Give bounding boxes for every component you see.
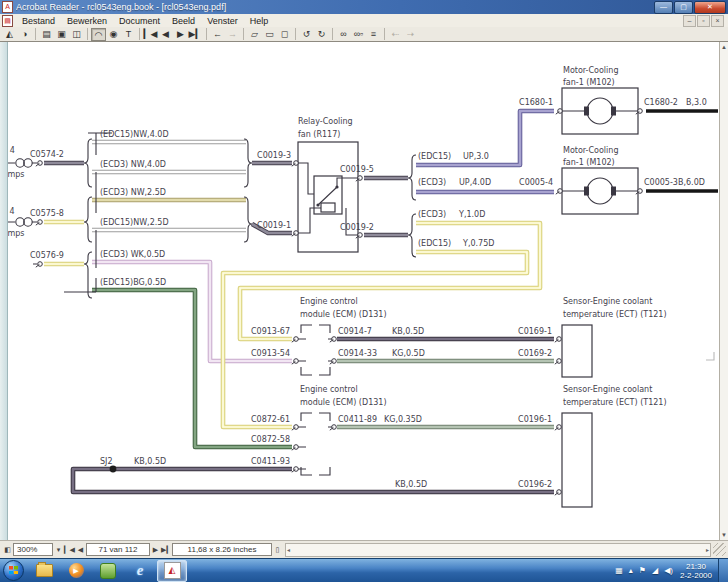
minimize-button[interactable]: — — [654, 1, 673, 14]
group1-top-wire-label: (EDC15)NW,4.0D — [100, 130, 169, 139]
page-layout-icon[interactable]: ◧ — [2, 544, 13, 556]
messenger-button[interactable] — [93, 560, 123, 582]
prev-page-status-icon[interactable]: ◀ — [75, 544, 86, 556]
title-bar: A Acrobat Reader - rcl0543eng.book - [rc… — [0, 0, 728, 14]
print-icon[interactable]: ▣ — [54, 28, 69, 41]
prev-page-icon[interactable]: ◀ — [158, 28, 173, 41]
next-highlight-icon[interactable]: ⇢ — [403, 28, 418, 41]
scroll-up-icon[interactable]: ▲ — [721, 44, 727, 50]
y-wire2-system-label: (EDC15) — [418, 239, 451, 248]
search-results-icon[interactable]: ≡ — [366, 28, 381, 41]
zoom-level[interactable]: 300% — [13, 543, 53, 556]
action-center-flag-icon[interactable]: ⚑ — [639, 566, 646, 575]
pasteboard-strip — [0, 42, 8, 540]
mdi-minimize-icon[interactable]: – — [683, 15, 696, 27]
show-desktop-button[interactable] — [718, 559, 728, 582]
input-indicator-icon[interactable]: ▦ — [615, 566, 623, 575]
pdf-doc-icon[interactable]: ▤ — [2, 15, 13, 27]
network-icon[interactable]: ◢ — [652, 566, 658, 575]
motor2-right-pin-label: C0005-3 — [644, 178, 678, 187]
close-button[interactable]: ✕ — [694, 1, 726, 14]
first-page-status-icon[interactable]: ▎◀ — [64, 544, 75, 556]
ecm2-wire-label: KG,0.35D — [384, 415, 422, 424]
mdi-close-icon[interactable]: × — [711, 15, 724, 27]
acrobat-doc-icon[interactable]: A — [2, 1, 13, 13]
fit-width-icon[interactable]: ◻ — [277, 28, 292, 41]
toolbar-separator — [206, 28, 207, 40]
zoom-dropdown-icon[interactable]: ▾ — [53, 544, 64, 556]
scroll-right-icon[interactable]: ▸ — [706, 546, 709, 553]
prev-highlight-icon[interactable]: ⇠ — [388, 28, 403, 41]
menu-bar: ▤ BestandBewerkenDocumentBeeldVensterHel… — [0, 14, 728, 28]
acrobat-logo-icon[interactable]: ◭ — [2, 28, 17, 41]
document-area[interactable]: K 4 Amps C0574-2 (EDC15)NW,4.0D (ECD3) N… — [0, 42, 728, 540]
actual-size-icon[interactable]: ▱ — [247, 28, 262, 41]
menu-item-bewerken[interactable]: Bewerken — [61, 16, 113, 26]
maximize-button[interactable]: ▢ — [674, 1, 693, 14]
go-back-icon[interactable]: ← — [210, 28, 225, 41]
go-forward-icon[interactable]: → — [225, 28, 240, 41]
search-icon[interactable]: ∞▫ — [351, 28, 366, 41]
scroll-left-icon[interactable]: ◂ — [287, 546, 290, 553]
ecm1-wire-bottom-label: KG,0.5D — [392, 349, 425, 358]
motor2-name-line2: fan-1 (M102) — [563, 158, 615, 167]
media-player-button[interactable]: ▶ — [61, 560, 91, 582]
relay-pin-c0019-2: C0019-2 — [340, 223, 374, 232]
adobe-reader-button[interactable]: ◭ — [157, 560, 187, 582]
ecm2-pin-c0872-61: C0872-61 — [251, 415, 290, 424]
internet-explorer-button[interactable]: e — [125, 560, 155, 582]
bottom-wire-label: KB,0.5D — [395, 480, 427, 489]
menu-item-document[interactable]: Document — [113, 16, 166, 26]
sensor-2-box — [562, 413, 592, 507]
page-edge-mark — [706, 352, 714, 360]
mdi-restore-icon[interactable]: ▫ — [697, 15, 710, 27]
zoom-tool-icon[interactable]: ◉ — [106, 28, 121, 41]
ecm1-wire-top-label: KB,0.5D — [392, 327, 424, 336]
open-icon[interactable]: ▤ — [39, 28, 54, 41]
taskbar-clock[interactable]: 21:30 2-2-2000 — [680, 562, 712, 580]
adobe-online-icon[interactable]: ◑ — [17, 28, 32, 41]
rotate-left-icon[interactable]: ↺ — [299, 28, 314, 41]
text-select-tool-icon[interactable]: T — [121, 28, 136, 41]
window-title: Acrobat Reader - rcl0543eng.book - [rcl0… — [16, 2, 653, 12]
page-size-indicator: 11,68 x 8.26 inches — [172, 543, 272, 556]
group1-bottom-wire-label: (ECD3) NW,4.0D — [100, 160, 166, 169]
find-icon[interactable]: ∞ — [336, 28, 351, 41]
ecm2-pin-c0411-89: C0411-89 — [338, 415, 377, 424]
horizontal-scrollbar[interactable]: ◂ ▸ — [285, 543, 711, 557]
next-page-status-icon[interactable]: ▶ — [150, 544, 161, 556]
nav-pane-icon[interactable]: ◫ — [69, 28, 84, 41]
last-page-status-icon[interactable]: ▶▎ — [161, 544, 172, 556]
toolbar-separator — [139, 28, 140, 40]
motor2-name-line1: Motor-Cooling — [563, 146, 618, 155]
ecm2-pin-c0872-58: C0872-58 — [251, 435, 290, 444]
start-button[interactable] — [3, 560, 24, 581]
ecm1-pin-c0913-67: C0913-67 — [251, 327, 290, 336]
fit-page-icon[interactable]: ▭ — [262, 28, 277, 41]
hand-tool-icon[interactable]: ◠ — [91, 28, 106, 41]
system-tray: ▦▴⚑◢◀) 21:30 2-2-2000 — [612, 559, 728, 582]
sensor2-pin-c0196-1: C0196-1 — [518, 415, 552, 424]
menu-item-help[interactable]: Help — [244, 16, 275, 26]
show-hidden-icons-icon[interactable]: ▴ — [629, 566, 633, 575]
next-page-icon[interactable]: ▶ — [173, 28, 188, 41]
page-indicator[interactable]: 71 van 112 — [86, 543, 150, 556]
y-wire1-system-label: (ECD3) — [418, 210, 446, 219]
menu-item-venster[interactable]: Venster — [201, 16, 244, 26]
sensor2-name-line1: Sensor-Engine coolant — [563, 385, 652, 394]
vertical-scrollbar[interactable]: ▲ ▼ — [719, 42, 728, 540]
sensor1-name-line1: Sensor-Engine coolant — [563, 297, 652, 306]
windows-explorer-button[interactable] — [29, 560, 59, 582]
resize-grip[interactable] — [713, 543, 726, 556]
volume-icon[interactable]: ◀) — [664, 566, 673, 575]
rotate-right-icon[interactable]: ↻ — [314, 28, 329, 41]
last-page-icon[interactable]: ▶▎ — [188, 28, 203, 41]
windows-flag-icon — [9, 566, 18, 574]
tray-icons: ▦▴⚑◢◀) — [612, 566, 676, 575]
up-wire2-spec-label: UP,4.0D — [459, 178, 491, 187]
first-page-icon[interactable]: ▎◀ — [143, 28, 158, 41]
relay-pin-c0019-1: C0019-1 — [257, 221, 291, 230]
menu-item-bestand[interactable]: Bestand — [16, 16, 61, 26]
scroll-down-icon[interactable]: ▼ — [721, 532, 727, 538]
menu-item-beeld[interactable]: Beeld — [166, 16, 201, 26]
